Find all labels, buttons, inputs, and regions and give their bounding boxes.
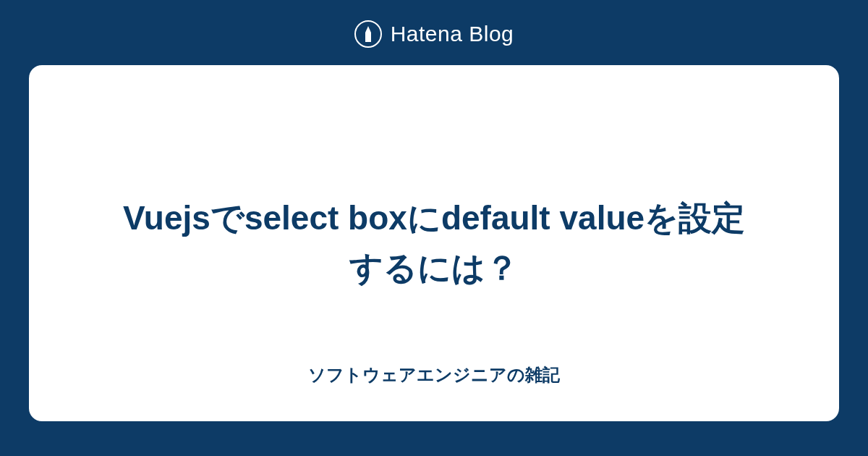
hatena-pen-icon [354,20,382,48]
brand-name: Hatena Blog [391,22,514,46]
svg-rect-0 [365,40,371,42]
article-card: Vuejsでselect boxにdefault valueを設定するには？ ソ… [29,65,839,421]
header: Hatena Blog [354,0,514,65]
article-title: Vuejsでselect boxにdefault valueを設定するには？ [109,193,760,293]
blog-name: ソフトウェアエンジニアの雑記 [308,363,560,387]
